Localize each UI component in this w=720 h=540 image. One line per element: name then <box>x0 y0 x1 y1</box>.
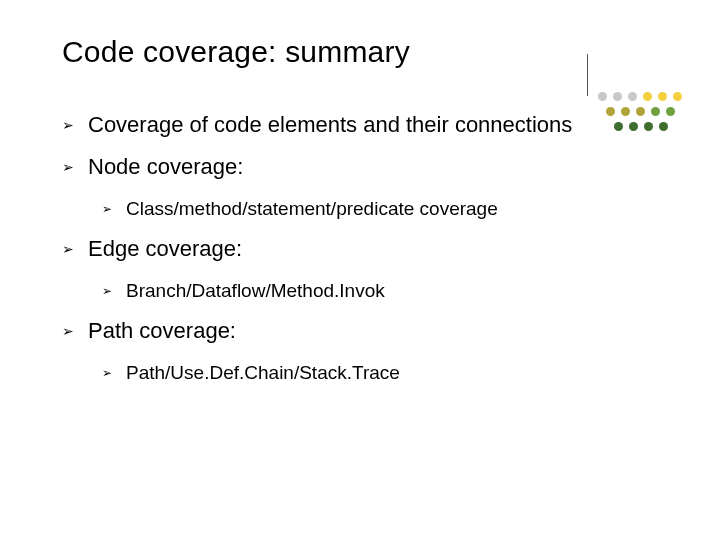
chevron-right-icon: ➢ <box>102 361 112 385</box>
list-item: ➢ Class/method/statement/predicate cover… <box>102 197 670 221</box>
bullet-text: Path/Use.Def.Chain/Stack.Trace <box>126 361 400 385</box>
chevron-right-icon: ➢ <box>102 279 112 303</box>
bullet-text: Coverage of code elements and their conn… <box>88 111 572 139</box>
bullet-text: Path coverage: <box>88 317 236 345</box>
bullet-text: Branch/Dataflow/Method.Invok <box>126 279 385 303</box>
list-item: ➢ Path coverage: ➢ Path/Use.Def.Chain/St… <box>62 317 670 385</box>
list-item: ➢ Edge coverage: ➢ Branch/Dataflow/Metho… <box>62 235 670 303</box>
slide-title: Code coverage: summary <box>62 35 670 69</box>
list-item: ➢ Coverage of code elements and their co… <box>62 111 670 139</box>
bullet-text: Class/method/statement/predicate coverag… <box>126 197 498 221</box>
dots-row <box>606 107 675 116</box>
bullet-text: Edge coverage: <box>88 235 242 263</box>
chevron-right-icon: ➢ <box>102 197 112 221</box>
list-item: ➢ Path/Use.Def.Chain/Stack.Trace <box>102 361 670 385</box>
chevron-right-icon: ➢ <box>62 111 74 139</box>
dots-row <box>614 122 668 131</box>
chevron-right-icon: ➢ <box>62 235 74 263</box>
decorative-dots <box>580 34 690 144</box>
dots-row <box>598 92 682 101</box>
list-item: ➢ Branch/Dataflow/Method.Invok <box>102 279 670 303</box>
sub-bullet-list: ➢ Branch/Dataflow/Method.Invok <box>102 279 670 303</box>
bullet-text: Node coverage: <box>88 153 243 181</box>
slide: Code coverage: summary ➢ Coverage of cod… <box>0 0 720 540</box>
chevron-right-icon: ➢ <box>62 153 74 181</box>
bullet-list: ➢ Coverage of code elements and their co… <box>62 111 670 385</box>
chevron-right-icon: ➢ <box>62 317 74 345</box>
decorative-tick <box>587 54 588 96</box>
list-item: ➢ Node coverage: ➢ Class/method/statemen… <box>62 153 670 221</box>
sub-bullet-list: ➢ Path/Use.Def.Chain/Stack.Trace <box>102 361 670 385</box>
slide-content: ➢ Coverage of code elements and their co… <box>62 111 670 385</box>
sub-bullet-list: ➢ Class/method/statement/predicate cover… <box>102 197 670 221</box>
